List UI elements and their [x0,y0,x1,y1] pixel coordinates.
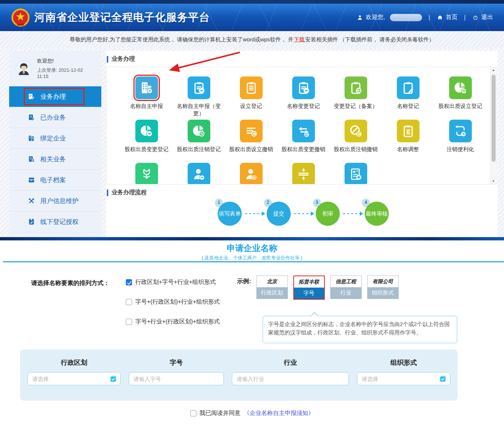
tile-label: 股权出质注销撤销 [334,146,378,153]
agreement-checkbox[interactable] [190,410,196,416]
tile-icon [135,120,158,142]
tile-icon [345,120,367,142]
flow-step-circle: 3 初审 [316,202,340,226]
top-strip [0,0,504,4]
sidebar-menu: 业务办理 已办业务 绑定企业 [9,86,101,232]
sidebar-menu-item[interactable]: 已办业务 [9,107,101,128]
tile-icon [292,120,315,142]
business-tile[interactable]: 注销便利化 [434,120,486,163]
arrange-option[interactable]: 字号+行业+(行政区划)+组织形式 [126,318,220,326]
arrange-option-checkbox[interactable] [126,319,132,325]
tile-glyph-icon [349,167,363,181]
business-tile[interactable] [225,163,277,184]
business-tile[interactable]: 设立登记 [225,76,277,120]
agreement-link[interactable]: 《企业名称自主申报须知》 [244,409,314,417]
business-tile[interactable]: 名称登记 [382,76,434,120]
example-box: 信息工程 行业 [330,276,362,299]
menu-item-label: 业务办理 [40,92,66,101]
scroll-up-arrow-icon[interactable]: ▲ [490,67,496,73]
business-tile[interactable]: 股权出质设立撤销 [225,120,277,163]
home-button[interactable]: 首页 [437,14,458,21]
sidebar-menu-item[interactable]: 绑定企业 [9,128,101,149]
tiles-grid: 名称自主申报 名称自主申报（变更） [106,67,496,184]
username-redacted [390,14,422,21]
form-input[interactable] [357,372,450,385]
select-picker-icon[interactable] [110,375,118,383]
menu-item-icon [27,93,35,101]
business-tile[interactable]: 名称变更登记 [277,76,330,120]
example-box: 有限公司 组织形式 [367,276,399,299]
business-tile[interactable] [330,163,382,184]
form-column: 组织形式 [357,358,450,401]
tile-label: 股权出质设立撤销 [229,146,273,153]
business-tile[interactable] [173,163,225,184]
form-input[interactable] [232,372,349,385]
tile-icon [240,120,263,142]
flow-step-number: 4 [362,199,370,206]
arrange-option[interactable]: 行政区划+字号+行业+组织形式 [126,278,220,286]
flow-step-number: 1 [215,199,223,206]
business-tile[interactable]: 名称自主申报（变更） [173,76,225,120]
tile-glyph-icon [139,124,154,138]
tiles-scrollbar[interactable]: ▲ ▼ [490,67,496,184]
flow-step: 1 填写表单 [218,202,267,226]
user-meta: 欢迎您! 上次登录: 2021-12-02 11:15 [37,58,95,79]
flow-step-number: 2 [264,199,272,206]
example-tag: 字号 [294,288,324,299]
business-tile[interactable]: 名称调整 [382,120,434,163]
sidebar-menu-item[interactable]: 业务办理 [9,86,101,107]
arrange-option-checkbox[interactable] [126,299,132,305]
business-tile[interactable] [120,163,173,184]
business-tile[interactable]: 股权出质注销撤销 [330,120,382,163]
tile-icon [188,163,210,184]
process-flow: 1 填写表单 2 提交 [218,202,497,226]
tile-label: 股权出质变更登记 [125,146,169,153]
tile-label: 名称自主申报 [130,102,163,110]
flow-step-number: 3 [313,199,321,206]
tile-glyph-icon [192,80,206,95]
select-picker-icon[interactable] [439,375,447,383]
business-tile[interactable]: 股权出质注销登记 [173,120,225,163]
scroll-down-arrow-icon[interactable]: ▼ [490,178,496,184]
welcome-user: 欢迎您, [357,14,422,21]
business-tile[interactable]: 变更登记（备案） [330,76,382,120]
arrange-option[interactable]: 字号+(行政区划)+行业+组织形式 [126,298,220,306]
menu-item-label: 已办业务 [40,113,66,122]
tile-icon [135,163,158,184]
business-tile[interactable]: 股权出质设立登记 [434,76,486,120]
sidebar-menu-item[interactable]: 电子档案 [9,169,101,190]
tile-glyph-icon [401,80,415,95]
home-label: 首页 [446,14,458,21]
notice-text-pre: 尊敬的用户您好,为了您能正常使用此系统， 请确保您的计算机上安装了word或wp… [69,36,293,43]
sidebar-menu-item[interactable]: 相关业务 [9,149,101,169]
form-input[interactable] [27,372,121,385]
flow-step-label: 填写表单 [219,211,241,217]
form-input[interactable] [129,372,224,385]
scrollbar-thumb[interactable] [492,75,496,162]
section-title-text: 业务办理流程 [112,189,147,196]
example-box: 拓普丰联 字号 [293,276,325,300]
last-login: 上次登录: 2021-12-02 11:15 [37,67,95,79]
example-tag: 组织形式 [368,287,398,299]
flow-step-label: 提交 [273,211,284,217]
arrange-option-checkbox[interactable] [126,279,132,285]
welcome-text: 欢迎您, [366,14,385,21]
business-tile[interactable]: 名称自主申报 [120,76,173,120]
sidebar-menu-item[interactable]: 线下登记授权 [9,211,101,232]
flow-arrow-icon [343,213,361,214]
name-form-panel: 行政区划 字号 [20,349,458,401]
menu-item-label: 用户信息维护 [40,196,79,205]
form-column: 行业 [232,358,349,401]
download-plugin-link[interactable]: 下载 [294,36,305,43]
form-column-header: 字号 [170,358,183,367]
business-tile[interactable]: 股权出质变更登记 [120,120,173,163]
example-label: 示例: [237,277,251,300]
flow-step: 3 初审 [316,202,365,226]
business-tile[interactable]: 股权出质变更撤销 [277,120,330,163]
logout-button[interactable]: 退出 [472,14,493,21]
sidebar-menu-item[interactable]: 用户信息维护 [9,190,101,211]
business-tile[interactable] [277,163,330,184]
tile-label: 名称登记 [397,102,419,110]
sidebar-filler [9,232,101,237]
flow-step-circle: 4 最终审核 [365,202,389,226]
